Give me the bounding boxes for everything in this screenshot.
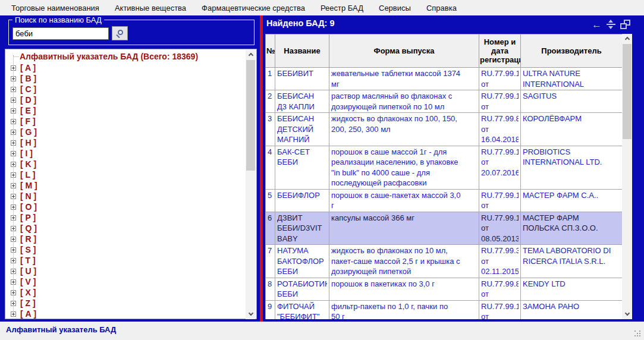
tree-letter-item[interactable]: [ L ] [5, 169, 246, 180]
expand-plus-icon[interactable] [11, 172, 16, 178]
tree-letter-item[interactable]: [ S ] [5, 244, 246, 255]
back-arrow-icon[interactable]: ← [592, 20, 602, 29]
expand-plus-icon[interactable] [11, 151, 16, 156]
expand-plus-icon[interactable] [11, 76, 16, 81]
expand-plus-icon[interactable] [11, 65, 16, 71]
alphabet-tree-panel: Алфавитный указатель БАД (Всего: 18369) … [5, 49, 257, 319]
column-header[interactable]: № [266, 34, 275, 68]
cell-manufacturer: ЗАМОНА РАНО [523, 301, 620, 312]
expand-plus-icon[interactable] [11, 269, 16, 274]
scroll-up-icon[interactable] [246, 50, 256, 60]
table-row[interactable]: 3 БЕБИСАН ДЕТСКИЙ МАГНИЙ жидкость во фла… [266, 113, 623, 146]
tree-letter-item[interactable]: [ D ] [5, 95, 246, 105]
column-header[interactable]: Номер и дата регистрации [479, 34, 521, 68]
tree-letter-item[interactable]: [ E ] [5, 105, 246, 116]
cell-manufacturer: TEMA LABORATORIO DI RICERCA ITALIA S.R.L… [523, 245, 620, 266]
menu-item[interactable]: Активные вещества [107, 1, 194, 15]
expand-plus-icon[interactable] [11, 226, 16, 231]
tree-scrollbar[interactable] [246, 50, 256, 319]
expand-plus-icon[interactable] [11, 204, 16, 210]
column-header[interactable]: Производитель [521, 34, 623, 68]
restore-window-icon[interactable] [620, 20, 630, 29]
cell-manufacturer: МАСТЕР ФАРМ ПОЛЬСКА СП.З.О.О. [523, 213, 620, 234]
tree-letter-item[interactable]: [ P ] [5, 212, 246, 223]
tree-letter-item[interactable]: [ M ] [5, 180, 246, 191]
tree-letter-label: [ R ] [20, 234, 36, 244]
tree-root-stub [14, 56, 19, 57]
table-row[interactable]: 7 НАТУМА БАКТОФЛОР БЕБИ жидкость во флак… [266, 245, 623, 278]
row-number: 8 [268, 279, 273, 289]
expand-plus-icon[interactable] [11, 258, 16, 263]
panel-splitter[interactable] [260, 15, 263, 322]
tree-letter-item[interactable]: [ F ] [5, 116, 246, 127]
expand-plus-icon[interactable] [11, 194, 16, 199]
tree-letter-item[interactable]: [ А ] [5, 308, 246, 319]
tree-letter-item[interactable]: [ O ] [5, 202, 246, 212]
table-row[interactable]: 5 БЕБИФЛОР порошок в саше-пакетах массой… [266, 189, 623, 212]
tree-letter-item[interactable]: [ G ] [5, 127, 246, 137]
tree-letter-item[interactable]: [ R ] [5, 234, 246, 244]
cell-manufacturer: KENDY LTD [523, 279, 620, 289]
table-row[interactable]: 2 БЕБИСАН Д3 КАПЛИ раствор масляный во ф… [266, 90, 623, 113]
expand-plus-icon[interactable] [11, 130, 16, 135]
tree-letter-item[interactable]: [ C ] [5, 84, 246, 95]
tree-letter-label: [ А ] [20, 309, 36, 319]
menu-item[interactable]: Сервисы [371, 1, 419, 15]
results-table: №НазваниеФорма выпускаНомер и дата регис… [265, 34, 622, 319]
column-header[interactable]: Название [275, 34, 329, 68]
table-row[interactable]: 9 ФИТОЧАЙ "БЕБИФИТ" ЛИНЕЙКИ фильтр-пакет… [266, 300, 623, 319]
expand-plus-icon[interactable] [11, 279, 16, 285]
search-input[interactable] [12, 27, 109, 40]
menu-item[interactable]: Торговые наименования [4, 1, 107, 15]
expand-plus-icon[interactable] [11, 108, 16, 114]
tree-letter-item[interactable]: [ V ] [5, 276, 246, 287]
expand-plus-icon[interactable] [11, 140, 16, 146]
table-scrollbar-thumb[interactable] [623, 44, 632, 139]
row-number: 2 [268, 91, 273, 102]
tree-letter-label: [ C ] [20, 84, 36, 94]
cell-name: БЕБИФЛОР [277, 190, 327, 201]
tree-letter-item[interactable]: [ N ] [5, 191, 246, 202]
tree-letter-item[interactable]: [ X ] [5, 287, 246, 298]
expand-plus-icon[interactable] [11, 162, 16, 167]
tree-letter-item[interactable]: [ B ] [5, 73, 246, 84]
expand-plus-icon[interactable] [11, 301, 16, 306]
menu-item[interactable]: Реестр БАД [313, 1, 371, 15]
tree-scrollbar-thumb[interactable] [246, 60, 255, 171]
table-row[interactable]: 8 РОТАБИОТИК БЕБИ порошок в пакетиках по… [266, 278, 623, 300]
tree-letter-item[interactable]: [ Z ] [5, 298, 246, 308]
tree-root-node[interactable]: Алфавитный указатель БАД (Всего: 18369) [20, 51, 246, 62]
tree-letter-item[interactable]: [ U ] [5, 266, 246, 276]
expand-plus-icon[interactable] [11, 237, 16, 242]
scroll-down-icon[interactable] [246, 309, 256, 319]
table-row[interactable]: 6 ДЗВИТ БЕБИ/D3VIT BABY капсулы массой 3… [266, 212, 623, 245]
tree-letter-label: [ N ] [20, 191, 36, 201]
fit-height-icon[interactable] [607, 20, 615, 29]
expand-plus-icon[interactable] [11, 215, 16, 221]
scroll-up-icon[interactable] [622, 34, 632, 44]
menu-item[interactable]: Справка [419, 1, 464, 15]
tree-letter-item[interactable]: [ T ] [5, 255, 246, 266]
table-row[interactable]: 4 БАК-СЕТ БЕБИ порошок в саше массой 1г … [266, 146, 623, 189]
expand-plus-icon[interactable] [11, 290, 16, 295]
expand-plus-icon[interactable] [11, 311, 16, 317]
column-header[interactable]: Форма выпуска [329, 34, 479, 68]
tree-letter-item[interactable]: [ A ] [5, 62, 246, 73]
table-scrollbar[interactable] [622, 34, 632, 319]
cell-registration: RU.77.99.1 от 20.07.2016 [481, 147, 519, 178]
tree-letter-item[interactable]: [ Q ] [5, 223, 246, 234]
table-row[interactable]: 1 БЕБИВИТ жевательные таблетки массой 13… [266, 68, 623, 90]
search-button[interactable] [112, 26, 128, 40]
expand-plus-icon[interactable] [11, 119, 16, 124]
expand-plus-icon[interactable] [11, 87, 16, 92]
tree-letter-label: [ V ] [20, 277, 36, 287]
expand-plus-icon[interactable] [11, 97, 16, 103]
scroll-down-icon[interactable] [622, 309, 632, 319]
resize-grip-icon[interactable] [634, 330, 642, 338]
tree-letter-item[interactable]: [ I ] [5, 148, 246, 159]
expand-plus-icon[interactable] [11, 247, 16, 253]
tree-letter-item[interactable]: [ H ] [5, 137, 246, 148]
expand-plus-icon[interactable] [11, 183, 16, 188]
tree-letter-item[interactable]: [ K ] [5, 159, 246, 169]
menu-item[interactable]: Фармацевтические средства [194, 1, 313, 15]
